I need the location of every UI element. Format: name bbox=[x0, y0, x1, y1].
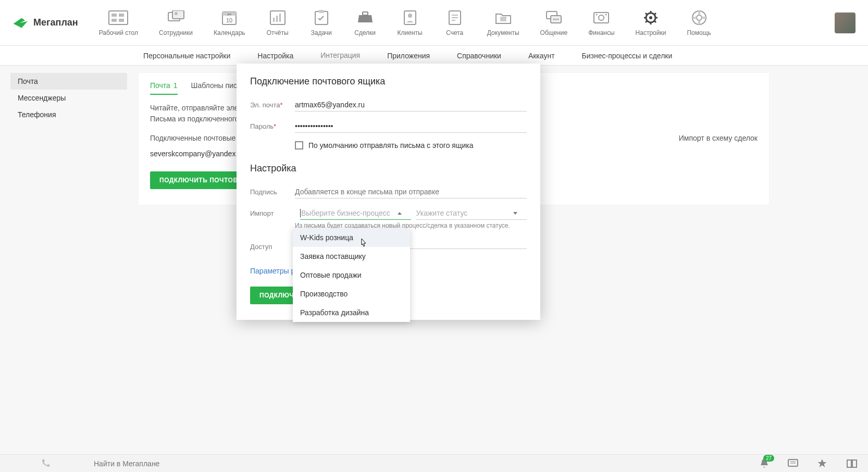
svg-point-7 bbox=[175, 12, 178, 15]
svg-rect-17 bbox=[319, 10, 324, 13]
accounts-icon bbox=[443, 9, 466, 26]
nav-clients[interactable]: Клиенты bbox=[398, 9, 423, 36]
import-label: Импорт bbox=[250, 209, 295, 217]
book-button[interactable] bbox=[846, 459, 858, 468]
svg-text:дек: дек bbox=[227, 13, 232, 16]
svg-point-30 bbox=[557, 18, 559, 20]
import-scheme-header: Импорт в схему сделок bbox=[679, 134, 758, 142]
logo-icon bbox=[13, 16, 29, 30]
nav-documents[interactable]: Документы bbox=[487, 9, 519, 36]
subnav-apps[interactable]: Приложения bbox=[386, 46, 431, 66]
svg-rect-18 bbox=[363, 12, 368, 15]
nav-reports[interactable]: Отчёты bbox=[266, 9, 289, 36]
dropdown-option[interactable]: Производство bbox=[293, 284, 410, 303]
bottom-bar: 27 bbox=[0, 454, 868, 472]
nav-desktop[interactable]: Рабочий стол bbox=[99, 9, 138, 36]
process-select[interactable]: Выберите бизнес-процесс bbox=[300, 207, 411, 220]
top-nav: Мегаплан Рабочий стол Сотрудники 10декКа… bbox=[0, 0, 868, 46]
svg-point-29 bbox=[555, 18, 556, 20]
default-send-row[interactable]: По умолчанию отправлять письма с этого я… bbox=[295, 141, 527, 150]
svg-point-32 bbox=[599, 15, 604, 20]
logo[interactable]: Мегаплан bbox=[13, 16, 78, 30]
nav-help[interactable]: Помощь bbox=[687, 9, 711, 36]
svg-rect-1 bbox=[111, 14, 117, 17]
subnav-integration[interactable]: Интеграция bbox=[319, 46, 361, 66]
svg-point-36 bbox=[649, 16, 652, 19]
sidebar: Почта Мессенджеры Телефония bbox=[4, 73, 133, 205]
checkbox-icon[interactable] bbox=[295, 141, 303, 150]
nav-settings[interactable]: Настройки bbox=[636, 9, 666, 36]
deals-icon bbox=[354, 9, 377, 26]
phone-icon[interactable] bbox=[41, 459, 50, 468]
sidebar-mail[interactable]: Почта bbox=[10, 73, 127, 90]
sub-nav: Персональные настройки Настройка Интегра… bbox=[0, 46, 868, 66]
status-select[interactable]: Укажите статус bbox=[416, 207, 527, 220]
dropdown-option[interactable]: W-Kids розница bbox=[293, 228, 410, 247]
svg-rect-2 bbox=[119, 14, 124, 17]
nav-communication[interactable]: Общение bbox=[540, 9, 568, 36]
svg-line-43 bbox=[646, 21, 647, 22]
svg-point-46 bbox=[697, 15, 702, 20]
user-avatar[interactable] bbox=[835, 13, 855, 33]
email-label: Эл. почта* bbox=[250, 101, 295, 109]
email-input[interactable] bbox=[295, 98, 527, 111]
calendar-icon: 10дек bbox=[218, 9, 241, 26]
svg-rect-13 bbox=[273, 18, 275, 22]
password-label: Пароль* bbox=[250, 122, 295, 130]
signature-label: Подпись bbox=[250, 188, 295, 196]
notif-badge: 27 bbox=[763, 455, 774, 462]
documents-icon bbox=[492, 9, 515, 26]
process-dropdown: W-Kids розница Заявка поставщику Оптовые… bbox=[293, 228, 410, 322]
book-icon bbox=[846, 459, 858, 468]
dropdown-option[interactable]: Разработка дизайна bbox=[293, 303, 410, 322]
password-input[interactable] bbox=[295, 120, 527, 133]
access-label: Доступ bbox=[250, 243, 295, 251]
desktop-icon bbox=[107, 9, 130, 26]
sidebar-messengers[interactable]: Мессенджеры bbox=[10, 90, 127, 106]
subnav-settings[interactable]: Настройка bbox=[256, 46, 294, 66]
settings-title: Настройка bbox=[250, 163, 527, 174]
nav-accounts[interactable]: Счета bbox=[443, 9, 466, 36]
svg-rect-25 bbox=[500, 17, 506, 21]
subnav-account[interactable]: Аккаунт bbox=[527, 46, 556, 66]
default-send-label: По умолчанию отправлять письма с этого я… bbox=[308, 141, 473, 150]
nav-deals[interactable]: Сделки bbox=[354, 9, 377, 36]
notifications-button[interactable]: 27 bbox=[760, 458, 769, 469]
subnav-bp[interactable]: Бизнес-процессы и сделки bbox=[581, 46, 674, 66]
svg-point-34 bbox=[605, 14, 607, 15]
svg-point-33 bbox=[596, 14, 598, 15]
gear-icon bbox=[639, 9, 662, 26]
tab-mail[interactable]: Почта 1 bbox=[150, 81, 178, 95]
svg-rect-15 bbox=[279, 14, 281, 22]
chat-icon bbox=[542, 9, 565, 26]
nav-finance[interactable]: Финансы bbox=[588, 9, 614, 36]
nav-calendar[interactable]: 10декКалендарь bbox=[214, 9, 245, 36]
star-button[interactable] bbox=[817, 458, 827, 469]
nav-items: Рабочий стол Сотрудники 10декКалендарь О… bbox=[99, 9, 835, 36]
reports-icon bbox=[266, 9, 289, 26]
nav-tasks[interactable]: Задачи bbox=[310, 9, 333, 36]
messages-button[interactable] bbox=[788, 459, 798, 468]
tasks-icon bbox=[310, 9, 333, 26]
caret-up-icon bbox=[398, 212, 402, 215]
modal-title: Подключение почтового ящика bbox=[250, 76, 527, 87]
subnav-personal[interactable]: Персональные настройки bbox=[142, 46, 231, 66]
svg-rect-4 bbox=[119, 19, 124, 22]
svg-line-41 bbox=[646, 13, 647, 15]
finance-icon bbox=[590, 9, 613, 26]
signature-input[interactable] bbox=[295, 185, 527, 198]
star-icon bbox=[817, 458, 827, 469]
nav-employees[interactable]: Сотрудники bbox=[159, 9, 193, 36]
svg-line-42 bbox=[654, 21, 656, 22]
global-search-input[interactable] bbox=[94, 459, 219, 468]
clients-icon bbox=[399, 9, 421, 26]
svg-text:10: 10 bbox=[226, 17, 232, 23]
dropdown-option[interactable]: Заявка поставщику bbox=[293, 247, 410, 266]
sidebar-telephony[interactable]: Телефония bbox=[10, 106, 127, 123]
subnav-dicts[interactable]: Справочники bbox=[456, 46, 502, 66]
dropdown-option[interactable]: Оптовые продажи bbox=[293, 266, 410, 284]
svg-rect-14 bbox=[276, 16, 278, 22]
svg-rect-6 bbox=[172, 10, 184, 19]
help-icon bbox=[688, 9, 711, 26]
caret-down-icon bbox=[513, 212, 517, 215]
